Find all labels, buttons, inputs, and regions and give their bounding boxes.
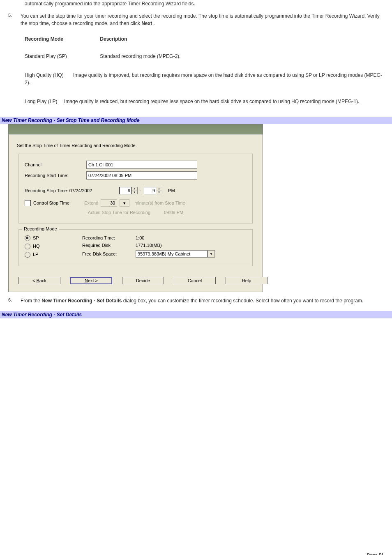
table-hq-name: High Quality (HQ): [25, 72, 64, 78]
stop-hour-value[interactable]: 9: [119, 187, 131, 194]
radio-sp-label: SP: [33, 235, 39, 240]
table-sp-desc: Standard recording mode (MPEG-2).: [100, 53, 180, 59]
back-button[interactable]: < Back: [18, 277, 60, 284]
actual-stop-label: Actual Stop Time for Recording:: [88, 210, 152, 215]
actual-stop-value: 09:09 PM: [164, 210, 183, 215]
page-number: Page 51: [0, 548, 392, 555]
up-arrow-icon[interactable]: ▲: [156, 187, 162, 191]
rec-time-label: Recording Time:: [82, 235, 136, 240]
table-sp-name: Standard Play (SP): [25, 53, 99, 60]
step6-bold: New Timer Recording - Set Details: [42, 298, 122, 304]
next-rest: ext >: [88, 278, 98, 283]
step5-part-b: .: [152, 21, 155, 26]
step-5-text: You can set the stop time for your timer…: [21, 12, 384, 27]
step6-part-b: dialog box, you can customize the timer …: [122, 298, 364, 304]
recording-mode-legend: Recording Mode: [22, 226, 59, 231]
channel-input[interactable]: [86, 161, 197, 169]
next-underline: N: [85, 278, 88, 283]
radio-hq-label: HQ: [33, 244, 40, 249]
back-prefix: <: [32, 278, 36, 283]
timer-recording-dialog: New Timer Recording - Set Stop Time and …: [8, 124, 263, 292]
stop-min-value[interactable]: 9: [144, 187, 156, 194]
stop-min-spinner[interactable]: 9 ▲▼: [144, 187, 162, 194]
extend-suffix: minute(s) from Stop Time: [134, 200, 185, 205]
radio-icon[interactable]: [25, 252, 30, 258]
next-button[interactable]: Next >: [70, 277, 112, 284]
radio-icon[interactable]: [25, 235, 30, 241]
stop-ampm: PM: [168, 188, 175, 193]
rec-time-value: 1:00: [136, 235, 144, 240]
table-hq-desc: Image quality is improved, but recording…: [25, 72, 382, 85]
step-6-number: 6.: [8, 297, 21, 304]
chevron-down-icon[interactable]: ▼: [208, 250, 215, 258]
free-disk-dropdown[interactable]: 95979.38(MB) My Cabinet ▼: [136, 250, 215, 258]
extend-label: Extend: [84, 200, 98, 205]
back-rest: ack: [39, 278, 46, 283]
table-lp-desc: Image quality is reduced, but recording …: [64, 99, 359, 104]
stop-time-label: Recording Stop Time: 07/24/2002: [25, 188, 119, 193]
extend-dropdown-arrow: ▾: [120, 199, 129, 207]
control-stop-label: Control Stop Time:: [33, 200, 84, 205]
start-time-input[interactable]: [86, 171, 197, 180]
stop-hour-spinner[interactable]: 9 ▲▼: [119, 187, 138, 194]
free-disk-value: 95979.38(MB) My Cabinet: [136, 250, 208, 258]
down-arrow-icon[interactable]: ▼: [131, 191, 137, 194]
down-arrow-icon[interactable]: ▼: [156, 191, 162, 194]
step-6-text: From the New Timer Recording - Set Detai…: [21, 297, 384, 304]
figure-caption-2: New Timer Recording - Set Details: [0, 311, 392, 318]
radio-lp[interactable]: LP: [25, 252, 82, 258]
radio-lp-label: LP: [33, 252, 38, 257]
up-arrow-icon[interactable]: ▲: [131, 187, 137, 191]
step5-next-bold: Next: [141, 21, 152, 26]
cancel-button[interactable]: Cancel: [174, 277, 216, 284]
recording-mode-table: Recording Mode Description Standard Play…: [25, 35, 384, 105]
step-5-number: 5.: [8, 12, 21, 27]
req-disk-value: 1771.10(MB): [136, 243, 162, 248]
decide-button[interactable]: Decide: [122, 277, 164, 284]
req-disk-label: Required Disk: [82, 243, 136, 248]
radio-hq[interactable]: HQ: [25, 244, 82, 249]
extend-value: 30: [101, 199, 117, 207]
radio-icon[interactable]: [25, 244, 30, 249]
step6-part-a: From the: [21, 298, 42, 304]
dialog-intro: Set the Stop Time of Timer Recording and…: [17, 143, 254, 148]
radio-sp[interactable]: SP: [25, 235, 82, 241]
table-lp-name: Long Play (LP): [25, 99, 57, 104]
figure-caption-1: New Timer Recording - Set Stop Time and …: [0, 117, 392, 124]
channel-label: Channel:: [25, 162, 86, 167]
table-header-mode: Recording Mode: [25, 35, 99, 43]
start-time-label: Recording Start Time:: [25, 173, 86, 178]
control-stop-checkbox[interactable]: [25, 200, 31, 206]
free-disk-label: Free Disk Space:: [82, 251, 136, 256]
back-underline: B: [37, 278, 39, 283]
help-button[interactable]: Help: [226, 277, 267, 284]
intro-continuation: automatically programmed into the approp…: [25, 0, 384, 7]
table-header-desc: Description: [100, 36, 127, 42]
step5-part-a: You can set the stop time for your timer…: [21, 13, 380, 26]
